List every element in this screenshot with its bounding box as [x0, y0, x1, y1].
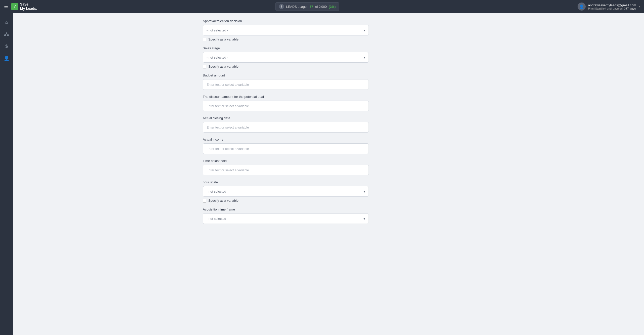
input-budget-amount[interactable] — [203, 79, 369, 90]
chevron-right-icon[interactable]: › — [639, 4, 640, 9]
user-info: andrewsavemyleads@gmail.com Plan |Start|… — [588, 3, 636, 10]
logo: ✓ Save My Leads. — [11, 2, 37, 11]
sidebar-item-profile[interactable]: 👤 — [2, 53, 12, 63]
label-hour-scale: hour scale — [203, 180, 369, 184]
svg-point-1 — [5, 35, 6, 36]
select-wrapper-hour-scale: - not selected - ▾ — [203, 186, 369, 197]
sidebar-item-billing[interactable]: $ — [2, 41, 12, 51]
user-avatar-icon: 👤 — [578, 3, 586, 11]
field-approval-rejection: Approval/rejection decision - not select… — [203, 19, 369, 41]
specify-variable-checkbox-sales-stage[interactable] — [203, 65, 206, 68]
sidebar-item-connections[interactable] — [2, 29, 12, 39]
select-acquisition-time-frame[interactable]: - not selected - — [203, 213, 369, 224]
svg-point-2 — [8, 35, 9, 36]
user-email: andrewsavemyleads@gmail.com — [588, 3, 636, 7]
field-actual-closing-date: Actual closing date — [203, 116, 369, 133]
field-actual-income: Actual income — [203, 138, 369, 154]
right-panel — [558, 13, 644, 335]
select-wrapper-approval: - not selected - ▾ — [203, 25, 369, 35]
field-discount-amount: The discount amount for the potential de… — [203, 95, 369, 111]
field-budget-amount: Budget amount — [203, 73, 369, 90]
header-center: i LEADS usage: 57 of 2'000 (3%) — [275, 2, 339, 11]
specify-variable-label-approval[interactable]: Specify as a variable — [208, 37, 238, 41]
select-approval-rejection[interactable]: - not selected - — [203, 25, 369, 35]
select-hour-scale[interactable]: - not selected - — [203, 186, 369, 197]
leads-label: LEADS usage: — [286, 5, 307, 9]
input-discount-amount[interactable] — [203, 101, 369, 111]
label-time-of-last-hold: Time of last hold — [203, 159, 369, 163]
svg-line-4 — [7, 34, 8, 35]
sidebar: ⌂ $ 👤 — [0, 13, 13, 335]
user-plan: Plan |Start| left until payment 377 days — [588, 7, 636, 10]
specify-variable-checkbox-approval[interactable] — [203, 38, 206, 41]
select-wrapper-sales-stage: - not selected - ▾ — [203, 52, 369, 63]
checkbox-row-hour-scale: Specify as a variable — [203, 199, 369, 202]
logo-icon: ✓ — [11, 3, 18, 10]
field-sales-stage: Sales stage - not selected - ▾ Specify a… — [203, 46, 369, 68]
logo-checkmark: ✓ — [13, 4, 16, 9]
specify-variable-label-sales-stage[interactable]: Specify as a variable — [208, 65, 238, 68]
label-budget-amount: Budget amount — [203, 73, 369, 77]
specify-variable-label-hour-scale[interactable]: Specify as a variable — [208, 199, 238, 202]
label-approval-rejection: Approval/rejection decision — [203, 19, 369, 23]
header-right: 👤 andrewsavemyleads@gmail.com Plan |Star… — [578, 3, 640, 11]
checkbox-row-sales-stage: Specify as a variable — [203, 65, 369, 68]
select-wrapper-acquisition: - not selected - ▾ — [203, 213, 369, 224]
select-sales-stage[interactable]: - not selected - — [203, 52, 369, 63]
field-hour-scale: hour scale - not selected - ▾ Specify as… — [203, 180, 369, 202]
header: ☰ ✓ Save My Leads. i LEADS usage: 57 of … — [0, 0, 644, 13]
leads-of: of 2'000 — [315, 5, 327, 9]
leads-usage-badge: i LEADS usage: 57 of 2'000 (3%) — [275, 2, 339, 11]
field-time-of-last-hold: Time of last hold — [203, 159, 369, 175]
menu-icon[interactable]: ☰ — [4, 4, 8, 9]
main-content: Approval/rejection decision - not select… — [13, 13, 558, 335]
header-left: ☰ ✓ Save My Leads. — [4, 2, 37, 11]
input-actual-closing-date[interactable] — [203, 122, 369, 133]
sidebar-item-home[interactable]: ⌂ — [2, 17, 12, 27]
user-days: 377 days — [624, 7, 636, 10]
field-acquisition-time-frame: Acquisition time frame - not selected - … — [203, 207, 369, 224]
specify-variable-checkbox-hour-scale[interactable] — [203, 199, 206, 202]
layout: ⌂ $ 👤 Approval/rejection decision - not … — [0, 13, 644, 335]
input-time-of-last-hold[interactable] — [203, 165, 369, 175]
logo-text: Save My Leads. — [20, 2, 37, 11]
label-actual-closing-date: Actual closing date — [203, 116, 369, 120]
leads-used: 57 — [309, 5, 313, 9]
info-icon: i — [279, 4, 284, 9]
label-actual-income: Actual income — [203, 138, 369, 141]
form-container: Approval/rejection decision - not select… — [203, 19, 369, 224]
label-discount-amount: The discount amount for the potential de… — [203, 95, 369, 99]
svg-point-0 — [6, 32, 7, 34]
svg-line-3 — [5, 34, 7, 35]
checkbox-row-approval: Specify as a variable — [203, 37, 369, 41]
label-acquisition-time-frame: Acquisition time frame — [203, 207, 369, 211]
input-actual-income[interactable] — [203, 143, 369, 154]
leads-percent: (3%) — [329, 5, 336, 9]
label-sales-stage: Sales stage — [203, 46, 369, 50]
